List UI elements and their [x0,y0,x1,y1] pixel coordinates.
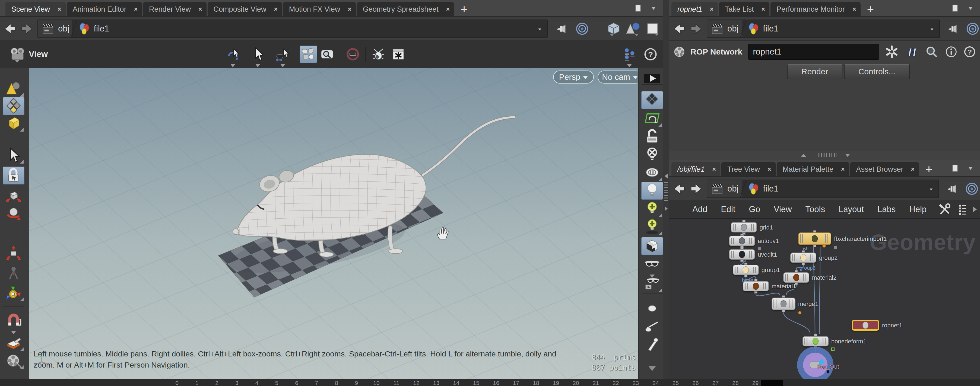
select-mode-objects[interactable] [3,80,24,98]
network-editor[interactable]: Geometry grid1autouv1uvedit1uvgroup1base… [669,219,980,379]
current-frame-box[interactable] [760,380,783,386]
new-tab-button[interactable]: + [455,2,473,16]
houdini-engine-icon[interactable]: H [905,45,919,59]
shading-mode-alt[interactable] [641,275,663,293]
view-tumble-button[interactable] [224,46,242,63]
menu-go[interactable]: Go [742,205,767,214]
node-group1[interactable] [733,265,759,275]
help-button[interactable]: ? [642,46,659,63]
tab-close-icon[interactable]: × [57,6,61,13]
node-list-icon[interactable] [956,203,969,216]
tab-close-icon[interactable]: × [853,6,856,13]
secure-selection-toggle[interactable] [3,167,24,184]
frame-tick-2[interactable]: 2 [215,380,218,386]
link-radar-icon[interactable] [575,21,589,36]
frame-tick-28[interactable]: 28 [732,380,738,386]
headlight-only-mode[interactable] [641,164,663,182]
tab-geometry-spreadsheet[interactable]: Geometry Spreadsheet× [357,2,454,16]
link-radar-icon[interactable] [965,21,980,36]
annotate-tool[interactable] [641,335,663,353]
new-tab-button[interactable]: + [920,162,938,176]
path-dropdown-icon[interactable] [928,26,936,33]
tab-scene-view[interactable]: Scene View× [5,2,66,16]
toolbar-overflow[interactable] [641,359,663,377]
node-output-stub[interactable] [802,263,805,265]
back-icon[interactable] [671,21,687,37]
flipbook-button[interactable] [3,352,24,370]
frame-tick-7[interactable]: 7 [315,380,318,386]
scene-viewport[interactable]: Persp No cam Left mouse tumbles. Middle … [29,68,638,379]
node-autouv1[interactable] [729,236,755,246]
construction-plane-toggle[interactable] [3,334,24,352]
frame-tick-3[interactable]: 3 [235,380,239,386]
path-field[interactable]: obj file1 [37,19,548,38]
node-ropnet1[interactable] [852,320,879,330]
select-mode-primitives[interactable] [3,97,24,115]
node-bonedeform1[interactable] [802,336,829,346]
node-material1[interactable] [743,281,769,291]
display-materials-toggle[interactable] [641,237,663,255]
move-tool[interactable] [3,187,24,205]
scale-tool[interactable] [3,244,24,262]
node-merge1[interactable] [772,297,795,310]
collapse-right-icon[interactable] [665,206,668,211]
node-type-icon[interactable] [672,44,687,59]
object-display-icon[interactable] [606,21,622,37]
node-input-stub[interactable] [782,295,785,297]
node-input-stub[interactable] [795,270,798,272]
pose-tool[interactable] [3,264,24,282]
color-swatch-icon[interactable] [645,21,660,36]
path-dropdown-icon[interactable] [536,26,544,33]
view-disable-button[interactable] [344,46,361,63]
breadcrumb-context[interactable]: obj [38,20,73,37]
display-options-button[interactable] [620,46,638,63]
no-lighting-mode[interactable] [641,146,663,164]
frame-tick-13[interactable]: 13 [433,380,439,386]
frame-tick-1[interactable]: 1 [196,380,199,386]
tab-performance-monitor[interactable]: Performance Monitor× [770,2,861,16]
pin-icon[interactable] [555,21,570,37]
menu-view[interactable]: View [767,205,799,214]
normal-lighting-mode[interactable] [641,182,663,200]
pane-menu-icon[interactable] [966,3,975,13]
frame-tick-5[interactable]: 5 [275,380,278,386]
node-input-stub[interactable] [754,279,757,281]
node-input-stub[interactable] [743,220,746,222]
view-menu-icon[interactable] [9,46,26,63]
node-output-stub[interactable] [782,310,785,312]
perspective-menu[interactable]: Persp [553,70,594,84]
lock-camera-toggle[interactable] [641,128,663,146]
handles-tool[interactable] [3,284,24,302]
hq-lighting-shadows-mode[interactable] [641,218,663,236]
pin-icon[interactable] [945,181,960,196]
collapse-down-icon[interactable] [845,154,850,157]
frame-tick-6[interactable]: 6 [295,380,298,386]
back-icon[interactable] [2,21,18,37]
frame-tick-27[interactable]: 27 [713,380,719,386]
view-pivot-toggle[interactable] [641,110,663,127]
frame-tick-26[interactable]: 26 [692,380,698,386]
tab-close-icon[interactable]: × [348,6,351,13]
frame-tick-14[interactable]: 14 [453,380,459,386]
menu-add[interactable]: Add [686,205,714,214]
frame-tick-18[interactable]: 18 [533,380,539,386]
back-icon[interactable] [671,181,687,196]
frame-tick-21[interactable]: 21 [593,380,599,386]
tab-tree-view[interactable]: Tree View× [721,162,776,176]
frame-tick-20[interactable]: 20 [573,380,579,386]
frame-tick-22[interactable]: 22 [612,380,619,386]
frame-tick-0[interactable]: 0 [175,380,178,386]
node-input-stub[interactable] [802,250,805,253]
tab-close-icon[interactable]: × [134,6,138,13]
frame-tick-17[interactable]: 17 [513,380,519,386]
pane-maximize-button[interactable] [641,70,663,87]
tab-close-icon[interactable]: × [198,6,202,13]
node-output-stub[interactable] [795,283,798,285]
vertical-pane-splitter[interactable] [663,0,669,379]
select-tool[interactable] [3,146,24,164]
new-tab-button[interactable]: + [862,2,880,16]
breadcrumb-node[interactable]: file1 [744,20,782,37]
node-grid1[interactable] [731,222,757,232]
tab-composite-view[interactable]: Composite View× [208,2,282,16]
node-input-stub[interactable] [814,334,817,336]
